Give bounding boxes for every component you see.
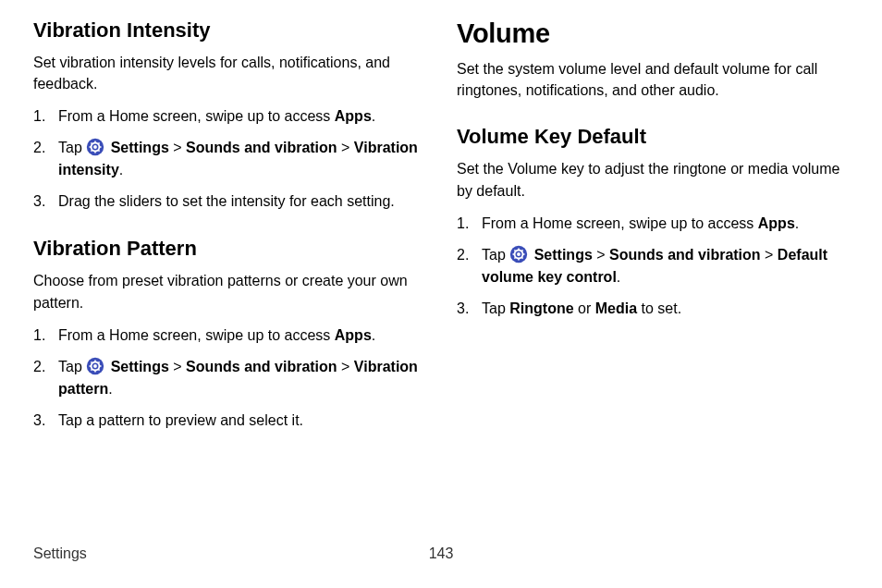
apps-bold: Apps bbox=[758, 215, 795, 231]
volume-key-default-heading: Volume Key Default bbox=[457, 125, 849, 149]
step-text: . bbox=[372, 327, 375, 343]
step-text: . bbox=[372, 108, 375, 124]
right-column: Volume Set the system volume level and d… bbox=[457, 18, 849, 456]
settings-bold: Settings bbox=[530, 247, 593, 263]
step-item: From a Home screen, swipe up to access A… bbox=[457, 213, 849, 235]
step-text: From a Home screen, swipe up to access bbox=[58, 327, 335, 343]
volume-key-default-section: Volume Key Default Set the Volume key to… bbox=[457, 125, 849, 319]
step-text: . bbox=[617, 269, 620, 285]
step-text: Tap bbox=[482, 300, 509, 316]
sounds-vibration-bold: Sounds and vibration bbox=[186, 140, 337, 155]
settings-bold: Settings bbox=[106, 359, 169, 374]
step-item: From a Home screen, swipe up to access A… bbox=[33, 105, 425, 128]
step-text: Tap bbox=[58, 140, 86, 155]
step-text: From a Home screen, swipe up to access bbox=[482, 215, 758, 231]
settings-icon bbox=[509, 245, 528, 263]
step-text: > bbox=[593, 247, 609, 263]
ringtone-bold: Ringtone bbox=[509, 300, 573, 316]
apps-bold: Apps bbox=[335, 327, 372, 343]
settings-icon bbox=[86, 357, 104, 375]
vibration-intensity-desc: Set vibration intensity levels for calls… bbox=[33, 52, 425, 94]
apps-bold: Apps bbox=[335, 108, 372, 124]
settings-bold: Settings bbox=[106, 140, 169, 155]
sounds-vibration-bold: Sounds and vibration bbox=[186, 359, 337, 374]
step-text: Tap bbox=[58, 359, 86, 374]
page-columns: Vibration Intensity Set vibration intens… bbox=[33, 18, 849, 456]
volume-section: Volume Set the system volume level and d… bbox=[457, 18, 849, 101]
step-text: . bbox=[108, 381, 112, 397]
footer-page-number: 143 bbox=[429, 545, 454, 562]
step-item: Tap a pattern to preview and select it. bbox=[33, 410, 425, 432]
vibration-pattern-steps: From a Home screen, swipe up to access A… bbox=[33, 325, 425, 432]
step-text: to set. bbox=[637, 300, 681, 316]
media-bold: Media bbox=[595, 300, 637, 316]
vibration-pattern-desc: Choose from preset vibration patterns or… bbox=[33, 270, 425, 312]
vibration-pattern-section: Vibration Pattern Choose from preset vib… bbox=[33, 237, 425, 431]
step-text: > bbox=[169, 140, 186, 155]
step-text: From a Home screen, swipe up to access bbox=[58, 108, 335, 124]
vibration-intensity-steps: From a Home screen, swipe up to access A… bbox=[33, 105, 425, 213]
step-text: > bbox=[169, 359, 186, 374]
step-text: Tap bbox=[482, 247, 509, 263]
step-text: > bbox=[337, 359, 354, 374]
footer-section-label: Settings bbox=[33, 545, 87, 562]
step-text: . bbox=[795, 215, 799, 231]
step-text: > bbox=[761, 247, 778, 263]
step-text: . bbox=[119, 162, 123, 178]
vibration-intensity-section: Vibration Intensity Set vibration intens… bbox=[33, 18, 425, 213]
left-column: Vibration Intensity Set vibration intens… bbox=[33, 18, 425, 456]
step-text: > bbox=[337, 140, 354, 155]
vibration-pattern-heading: Vibration Pattern bbox=[33, 237, 425, 261]
volume-key-default-desc: Set the Volume key to adjust the rington… bbox=[457, 158, 849, 201]
step-item: Tap Ringtone or Media to set. bbox=[457, 298, 849, 320]
sounds-vibration-bold: Sounds and vibration bbox=[609, 247, 761, 263]
volume-key-default-steps: From a Home screen, swipe up to access A… bbox=[457, 213, 849, 320]
step-text: Tap a pattern to preview and select it. bbox=[58, 412, 303, 428]
step-item: Tap Settings > Sounds and vibration > Vi… bbox=[33, 356, 425, 400]
step-text: or bbox=[574, 300, 595, 316]
step-item: Tap Settings > Sounds and vibration > Vi… bbox=[33, 137, 425, 181]
settings-icon bbox=[86, 138, 104, 156]
volume-desc: Set the system volume level and default … bbox=[457, 58, 849, 101]
vibration-intensity-heading: Vibration Intensity bbox=[33, 18, 425, 43]
page-footer: Settings 143 bbox=[33, 545, 849, 562]
step-text: Drag the sliders to set the intensity fo… bbox=[58, 193, 395, 209]
step-item: Drag the sliders to set the intensity fo… bbox=[33, 190, 425, 213]
volume-heading: Volume bbox=[457, 18, 849, 49]
step-item: From a Home screen, swipe up to access A… bbox=[33, 325, 425, 347]
step-item: Tap Settings > Sounds and vibration > De… bbox=[457, 244, 849, 288]
